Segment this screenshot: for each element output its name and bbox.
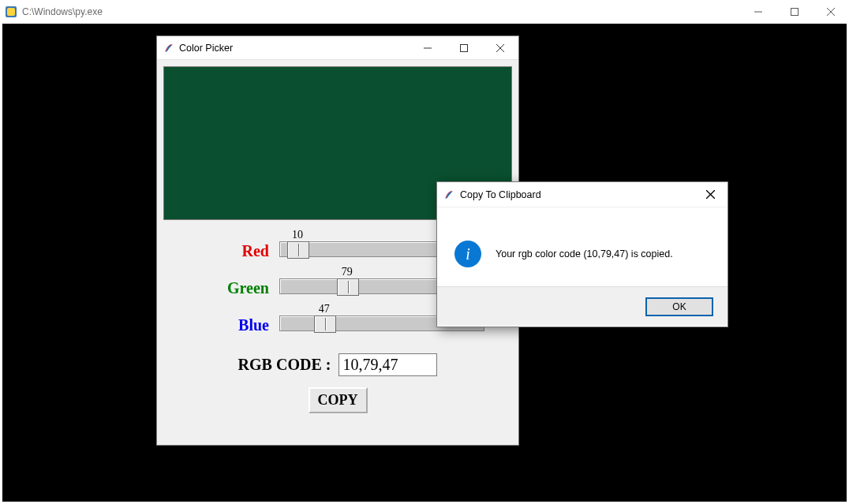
messagebox-body: i Your rgb color code (10,79,47) is copi… xyxy=(437,207,727,286)
outer-window-title: C:\Windows\py.exe xyxy=(22,6,103,17)
picker-window-title: Color Picker xyxy=(179,43,233,54)
slider-green-value: 79 xyxy=(342,266,353,278)
messagebox-message: Your rgb color code (10,79,47) is copied… xyxy=(496,248,673,259)
label-red: Red xyxy=(190,228,277,263)
label-blue: Blue xyxy=(190,302,277,338)
ok-button[interactable]: OK xyxy=(645,297,713,316)
outer-titlebar[interactable]: C:\Windows\py.exe xyxy=(0,0,849,24)
info-icon: i xyxy=(454,241,481,267)
tk-feather-icon xyxy=(163,43,174,54)
outer-close-button[interactable] xyxy=(813,0,849,24)
svg-rect-7 xyxy=(461,44,468,51)
picker-titlebar[interactable]: Color Picker xyxy=(157,36,518,60)
rgbcode-row: RGB CODE : xyxy=(157,353,518,376)
picker-close-button[interactable] xyxy=(482,36,518,60)
messagebox-title: Copy To Clipboard xyxy=(460,189,541,200)
rgbcode-label: RGB CODE : xyxy=(238,356,331,374)
tk-feather-icon xyxy=(443,189,454,200)
slider-green-thumb[interactable] xyxy=(337,278,359,296)
rgbcode-input[interactable] xyxy=(338,353,437,376)
label-green: Green xyxy=(190,265,277,301)
slider-red-value: 10 xyxy=(292,229,303,241)
pyexe-window: C:\Windows\py.exe Color Picker xyxy=(0,0,849,504)
messagebox-window: Copy To Clipboard i Your rgb color code … xyxy=(436,181,728,327)
slider-blue-value: 47 xyxy=(319,303,330,315)
messagebox-titlebar[interactable]: Copy To Clipboard xyxy=(437,182,727,207)
slider-red-thumb[interactable] xyxy=(287,241,309,259)
outer-maximize-button[interactable] xyxy=(776,0,813,24)
python-exe-icon xyxy=(5,6,17,18)
messagebox-footer: OK xyxy=(437,286,727,326)
picker-minimize-button[interactable] xyxy=(410,36,446,60)
slider-blue-thumb[interactable] xyxy=(314,315,336,333)
console-client-area: Color Picker Red xyxy=(2,24,847,502)
svg-rect-1 xyxy=(7,8,15,16)
messagebox-close-button[interactable] xyxy=(699,184,721,206)
copy-button[interactable]: COPY xyxy=(309,387,368,413)
svg-rect-3 xyxy=(791,9,799,16)
outer-minimize-button[interactable] xyxy=(740,0,776,24)
picker-maximize-button[interactable] xyxy=(446,36,482,60)
